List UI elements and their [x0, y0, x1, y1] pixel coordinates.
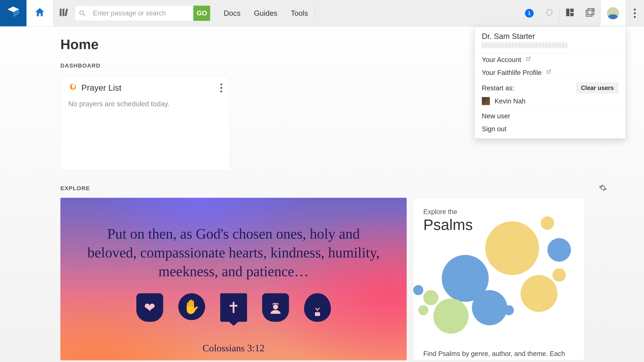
person-shield-icon: [262, 293, 289, 322]
toolbar-right: 1: [519, 0, 644, 26]
library-icon: [58, 7, 70, 19]
user-menu-header: Dr. Sam Starter: [475, 27, 626, 53]
external-link-icon: [525, 56, 531, 63]
notification-badge: 1: [525, 9, 534, 17]
search-icon: [75, 9, 90, 17]
menu-guides[interactable]: Guides: [254, 9, 277, 17]
user-menu-popover: Dr. Sam Starter Your Account Your Faithl…: [474, 26, 626, 139]
explore-psalms-card[interactable]: Explore the Psalms Find Psalms by genre,…: [413, 198, 584, 360]
svg-rect-11: [570, 13, 574, 16]
explore-settings-button[interactable]: [599, 184, 607, 193]
svg-rect-10: [570, 9, 574, 12]
home-button[interactable]: [26, 0, 53, 26]
svg-line-8: [83, 14, 85, 16]
cross-banner-icon: ✝: [220, 293, 247, 322]
new-user-label: New user: [482, 112, 510, 120]
prayer-card-empty-text: No prayers are scheduled today.: [68, 100, 222, 108]
svg-rect-6: [64, 8, 68, 16]
svg-rect-5: [62, 9, 64, 16]
user-avatar-icon: [607, 7, 619, 19]
restart-user-name: Kevin Nah: [494, 97, 526, 105]
search-input[interactable]: [90, 5, 193, 21]
prayer-card-menu-button[interactable]: [220, 83, 222, 92]
explore-section-label: EXPLORE: [60, 185, 90, 192]
hands-circle-icon: ✋: [178, 293, 205, 320]
svg-point-16: [273, 304, 278, 309]
explore-verse-card[interactable]: Put on then, as God's chosen ones, holy …: [60, 198, 407, 360]
gear-icon: [599, 190, 607, 193]
your-account-link[interactable]: Your Account: [475, 53, 626, 66]
search-wrap: GO: [75, 0, 210, 26]
prayer-card-title: Prayer List: [81, 83, 122, 93]
your-account-label: Your Account: [482, 56, 521, 63]
explore-row: Put on then, as God's chosen ones, holy …: [60, 198, 607, 360]
plant-drop-icon: [304, 293, 331, 322]
explore-header: EXPLORE: [60, 184, 607, 193]
app-toolbar: GO Docs Guides Tools 1: [0, 0, 644, 26]
sync-icon: [544, 7, 554, 19]
verse-icon-row: ❤ ✋ ✝: [136, 293, 331, 322]
layouts-button[interactable]: [560, 0, 580, 26]
sign-out-link[interactable]: Sign out: [475, 122, 626, 138]
user-menu-name: Dr. Sam Starter: [482, 32, 618, 41]
menu-tools[interactable]: Tools: [291, 9, 308, 17]
sync-button[interactable]: [539, 0, 560, 26]
prayer-card-header: Prayer List: [68, 82, 222, 93]
your-profile-link[interactable]: Your Faithlife Profile: [475, 66, 626, 79]
verse-text: Put on then, as God's chosen ones, holy …: [85, 225, 382, 281]
svg-rect-17: [315, 312, 320, 316]
your-profile-label: Your Faithlife Profile: [482, 69, 542, 76]
psalms-description: Find Psalms by genre, author, and theme.…: [423, 350, 574, 358]
svg-rect-4: [60, 9, 62, 16]
go-button[interactable]: GO: [193, 5, 210, 21]
home-icon: [34, 6, 46, 20]
svg-rect-9: [566, 9, 570, 16]
brand-logo-tile[interactable]: [0, 0, 26, 26]
search-box: GO: [75, 5, 210, 21]
app-menu-button[interactable]: [626, 8, 644, 18]
library-button[interactable]: [53, 0, 75, 26]
dashboard-prayer-card[interactable]: Prayer List No prayers are scheduled tod…: [60, 76, 230, 170]
sign-out-label: Sign out: [482, 125, 506, 133]
user-avatar-button[interactable]: [600, 0, 626, 26]
verse-reference: Colossians 3:12: [202, 343, 264, 354]
svg-rect-12: [586, 10, 592, 16]
clear-users-button[interactable]: Clear users: [576, 83, 618, 93]
notifications-button[interactable]: 1: [519, 0, 539, 26]
external-link-icon: [546, 69, 552, 76]
popout-button[interactable]: [580, 0, 600, 26]
flame-icon: [68, 82, 77, 93]
toolbar-spacer: [322, 0, 519, 26]
toolbar-divider: [314, 5, 315, 21]
heart-shield-icon: ❤: [136, 293, 163, 322]
main-menu: Docs Guides Tools: [210, 0, 308, 26]
kebab-icon: [634, 8, 636, 18]
brand-logo-icon: [6, 5, 20, 21]
restart-user-row[interactable]: Kevin Nah: [475, 95, 626, 109]
new-user-link[interactable]: New user: [475, 110, 626, 122]
popout-close-icon: [585, 7, 595, 19]
user-menu-email-blurred: [482, 42, 567, 48]
restart-as-label: Restart as:: [482, 84, 514, 92]
menu-docs[interactable]: Docs: [224, 9, 240, 17]
restart-as-row: Restart as: Clear users: [475, 79, 626, 95]
psalms-bubble-chart: [413, 211, 584, 338]
restart-user-avatar-icon: [482, 97, 490, 105]
layouts-icon: [565, 7, 575, 19]
